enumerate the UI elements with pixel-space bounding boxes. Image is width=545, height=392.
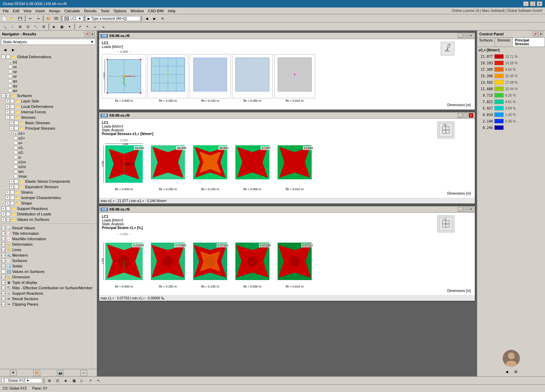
- tb2-11[interactable]: ↖: [84, 23, 91, 30]
- panel-stress-minimize[interactable]: _: [458, 113, 463, 118]
- expand-values-surfaces[interactable]: +: [1, 217, 5, 222]
- cp-btn-2[interactable]: ⊞: [512, 368, 519, 375]
- tree-values-on-surf[interactable]: 🔢 Values on Surfaces: [0, 269, 97, 274]
- tb-render[interactable]: 🎨: [45, 15, 52, 22]
- btb-1[interactable]: ⊞: [46, 377, 53, 384]
- tb-save[interactable]: 💾: [16, 15, 24, 22]
- radio-phiz[interactable]: [8, 88, 12, 93]
- expand-stresses[interactable]: −: [5, 115, 10, 119]
- tree-sigma1plus[interactable]: σ1+: [0, 131, 97, 136]
- radio-sigma2plus[interactable]: [14, 136, 18, 140]
- tree-clipping-planes[interactable]: ✓ ✂ Clipping Planes: [0, 301, 97, 307]
- cb-result-values[interactable]: ✓: [1, 226, 5, 230]
- nav-pin-btn[interactable]: 📌: [84, 32, 89, 36]
- expand-support-reactions[interactable]: +: [1, 207, 5, 211]
- expand-principal-stresses[interactable]: −: [10, 126, 14, 130]
- cb-internal-forces[interactable]: [10, 110, 14, 114]
- tb2-4[interactable]: ⊡: [24, 23, 32, 30]
- cb-shape[interactable]: [10, 201, 14, 205]
- tree-equiv-stress[interactable]: + 📁 Equivalent Stresses: [0, 184, 97, 190]
- tb2-8[interactable]: ▦: [58, 23, 65, 30]
- tb-redo[interactable]: ↪: [34, 15, 42, 22]
- tb-undo[interactable]: ↩: [27, 15, 34, 22]
- nav-next-btn[interactable]: ▶: [10, 46, 17, 53]
- tree-values-surfaces[interactable]: + ✓ 📁 Values on Surfaces: [0, 217, 97, 222]
- cb-dist-loads[interactable]: [6, 212, 10, 216]
- cb-values-on-surf[interactable]: [1, 270, 5, 274]
- cb-maxmin-info[interactable]: ✓: [1, 237, 5, 241]
- btb-2[interactable]: ⊡: [54, 377, 61, 384]
- tree-local-def[interactable]: + 📁 Local Deformations: [0, 104, 97, 109]
- expand-local-def[interactable]: +: [5, 104, 10, 109]
- menu-insert[interactable]: Insert: [33, 8, 47, 14]
- tb-new[interactable]: 📄: [1, 15, 8, 22]
- keyword-search[interactable]: ▶ Type a keyword (Alt+Q): [86, 16, 140, 21]
- cp-btn-1[interactable]: ◀: [503, 368, 511, 375]
- menu-help[interactable]: Help: [166, 8, 178, 14]
- radio-sigma1m[interactable]: [14, 160, 18, 164]
- radio-ux[interactable]: [8, 65, 12, 69]
- tb2-12[interactable]: ↙: [92, 23, 99, 30]
- tree-solids[interactable]: ✓ 🧊 Solids: [0, 263, 97, 269]
- tree-sigma1minus[interactable]: σ1-: [0, 145, 97, 150]
- menu-tools[interactable]: Tools: [98, 8, 111, 14]
- cb-lines[interactable]: ✓: [1, 248, 5, 252]
- cb-type-display[interactable]: ✓: [1, 280, 5, 284]
- menu-window[interactable]: Window: [128, 8, 146, 14]
- tree-surfaces[interactable]: − ✓ 📁 Surfaces: [0, 93, 97, 98]
- tree-lines[interactable]: ✓ 📏 Lines: [0, 247, 97, 252]
- expand-elastic-stress[interactable]: +: [10, 179, 14, 183]
- tree-support-react2[interactable]: ✓ ↓ Support Reactions: [0, 291, 97, 296]
- cb-clipping-planes[interactable]: ✓: [1, 302, 5, 306]
- tree-strains[interactable]: + 📁 Strains: [0, 190, 97, 195]
- expand-basic-stresses[interactable]: +: [10, 121, 14, 125]
- panel-mesh-minimize[interactable]: _: [458, 33, 463, 38]
- menu-view[interactable]: View: [21, 8, 34, 14]
- tree-basic-stresses[interactable]: + 📁 Basic Stresses: [0, 120, 97, 126]
- cp-tab-surfaces[interactable]: Surfaces: [477, 38, 495, 47]
- panel-mesh-close[interactable]: ✕: [469, 33, 473, 38]
- cb-ribs[interactable]: ✓: [1, 286, 5, 290]
- tree-phiy[interactable]: φy: [0, 83, 97, 88]
- tb-open[interactable]: 📂: [9, 15, 16, 22]
- tree-alpha-minus[interactable]: α-: [0, 155, 97, 160]
- expand-equiv-stress[interactable]: +: [10, 185, 14, 189]
- tree-deformation[interactable]: ✓ 📐 Deformation: [0, 242, 97, 247]
- cb-stresses[interactable]: [10, 115, 14, 119]
- menu-results[interactable]: Results: [82, 8, 99, 14]
- radio-uy[interactable]: [8, 69, 12, 74]
- panel-strain-close[interactable]: ✕: [469, 207, 473, 212]
- cb-result-sections[interactable]: ✓: [1, 297, 5, 301]
- tree-taumax[interactable]: τmax: [0, 174, 97, 179]
- tb2-13[interactable]: ↘: [99, 23, 107, 30]
- cp-close-btn[interactable]: ✕: [538, 32, 543, 36]
- tb2-2[interactable]: ↕: [9, 23, 16, 30]
- expand-global-def[interactable]: −: [1, 55, 5, 59]
- cb-strains[interactable]: [10, 190, 14, 194]
- radio-sigma1minus[interactable]: [14, 146, 18, 150]
- nav-close-btn[interactable]: ✕: [90, 32, 95, 36]
- tb2-3[interactable]: ⊞: [16, 23, 24, 30]
- tree-surfaces2[interactable]: ✓ ⬜ Surfaces: [0, 258, 97, 263]
- radio-sigma2minus[interactable]: [14, 150, 18, 154]
- nav-more-btn[interactable]: —: [80, 370, 87, 376]
- cb-global-def[interactable]: [6, 55, 10, 59]
- menu-cadbim[interactable]: CAD-BIM: [146, 8, 166, 14]
- radio-taumax[interactable]: [14, 174, 18, 178]
- btb-5[interactable]: ▷: [78, 377, 86, 384]
- cb-isotropic[interactable]: [10, 196, 14, 200]
- tree-alpham[interactable]: αm: [0, 169, 97, 174]
- tree-isotropic[interactable]: + 📁 Isotropic Characteristics: [0, 195, 97, 200]
- tree-elastic-stress[interactable]: + 📁 Elastic Stress Components: [0, 179, 97, 184]
- radio-alpham[interactable]: [14, 169, 18, 174]
- cb-equiv-stress[interactable]: [14, 185, 18, 189]
- cb-solids[interactable]: ✓: [1, 264, 5, 268]
- tree-uz[interactable]: uz: [0, 74, 97, 79]
- tree-u-abs[interactable]: |u|: [0, 60, 97, 64]
- tree-type-display[interactable]: ✓ 🖥 Type of display: [0, 280, 97, 285]
- btb-3[interactable]: ◈: [62, 377, 69, 384]
- expand-isotropic[interactable]: +: [5, 196, 10, 200]
- analysis-dropdown[interactable]: Static Analysis ▼: [1, 39, 96, 45]
- menu-assign[interactable]: Assign: [47, 8, 62, 14]
- cp-pin-btn[interactable]: 📌: [533, 32, 538, 36]
